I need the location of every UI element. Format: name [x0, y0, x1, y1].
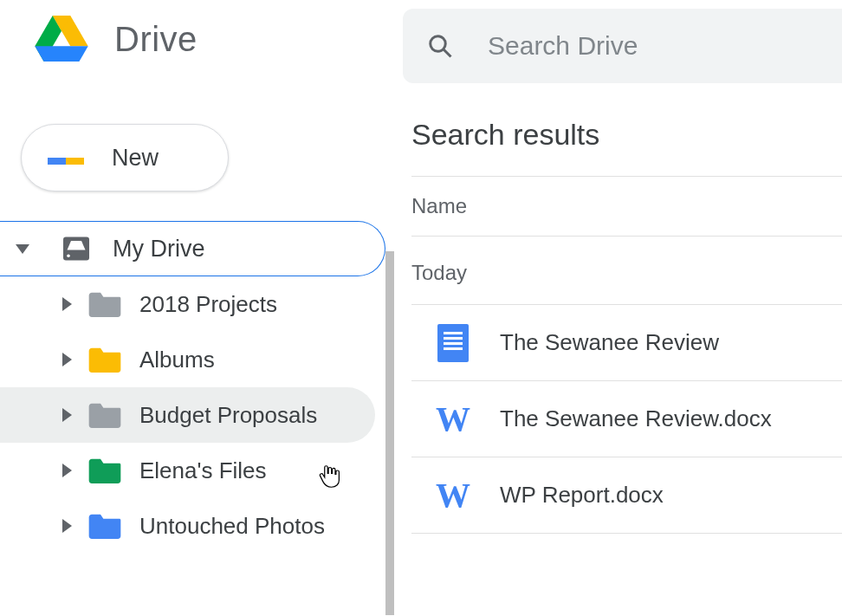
plus-icon: [48, 139, 84, 176]
tree-item-label: Elena's Files: [139, 457, 267, 484]
svg-point-1: [67, 254, 70, 257]
folder-icon: [87, 400, 122, 430]
brand[interactable]: Drive: [0, 16, 385, 63]
tree-item-label: Untouched Photos: [139, 513, 325, 540]
file-row[interactable]: WThe Sewanee Review.docx: [411, 381, 842, 457]
file-name: The Sewanee Review: [500, 329, 719, 356]
tree-item-folder[interactable]: Albums: [0, 332, 375, 387]
search-bar[interactable]: Search Drive: [403, 9, 842, 83]
tree-item-folder[interactable]: Budget Proposals: [0, 387, 375, 443]
tree-item-folder[interactable]: Elena's Files: [0, 443, 375, 498]
tree-item-folder[interactable]: Untouched Photos: [0, 498, 375, 554]
chevron-right-icon: [62, 408, 72, 422]
folder-icon: [87, 289, 122, 319]
new-button-label: New: [112, 145, 159, 172]
file-row[interactable]: WWP Report.docx: [411, 457, 842, 534]
tree-item-label: Budget Proposals: [139, 402, 317, 429]
google-docs-icon: [436, 326, 470, 360]
chevron-down-icon: [16, 244, 29, 254]
chevron-right-icon: [62, 519, 72, 533]
column-header-name[interactable]: Name: [411, 177, 842, 236]
brand-name: Drive: [114, 20, 198, 59]
word-doc-icon: W: [436, 478, 470, 513]
drive-logo-icon: [35, 16, 88, 63]
chevron-right-icon: [62, 297, 72, 311]
file-name: WP Report.docx: [500, 482, 664, 509]
file-row[interactable]: The Sewanee Review: [411, 305, 842, 381]
tree-item-label: Albums: [139, 347, 215, 373]
my-drive-icon: [61, 233, 92, 264]
group-header-today: Today: [411, 237, 842, 305]
word-doc-icon: W: [436, 402, 470, 437]
results-title: Search results: [411, 118, 842, 152]
tree-item-folder[interactable]: 2018 Projects: [0, 276, 375, 332]
tree-item-my-drive[interactable]: My Drive: [0, 221, 385, 276]
sidebar: Drive New My Drive 2018 Project: [0, 0, 385, 616]
folder-icon: [87, 511, 122, 541]
folder-tree: My Drive 2018 Projects Albums Budget Pro…: [0, 221, 385, 554]
svg-line-3: [444, 49, 451, 57]
search-icon: [427, 33, 453, 59]
search-placeholder: Search Drive: [488, 31, 638, 61]
folder-icon: [87, 345, 122, 374]
tree-item-label: 2018 Projects: [139, 291, 277, 318]
tree-item-label: My Drive: [113, 236, 205, 263]
results-panel: Search results Name Today The Sewanee Re…: [385, 118, 842, 534]
folder-icon: [87, 456, 122, 485]
svg-point-2: [431, 36, 446, 52]
chevron-right-icon: [62, 464, 72, 477]
scrollbar[interactable]: [385, 251, 394, 615]
new-button[interactable]: New: [21, 124, 229, 191]
main-panel: Search Drive Search results Name Today T…: [385, 0, 842, 616]
file-name: The Sewanee Review.docx: [500, 405, 772, 432]
chevron-right-icon: [62, 353, 72, 366]
